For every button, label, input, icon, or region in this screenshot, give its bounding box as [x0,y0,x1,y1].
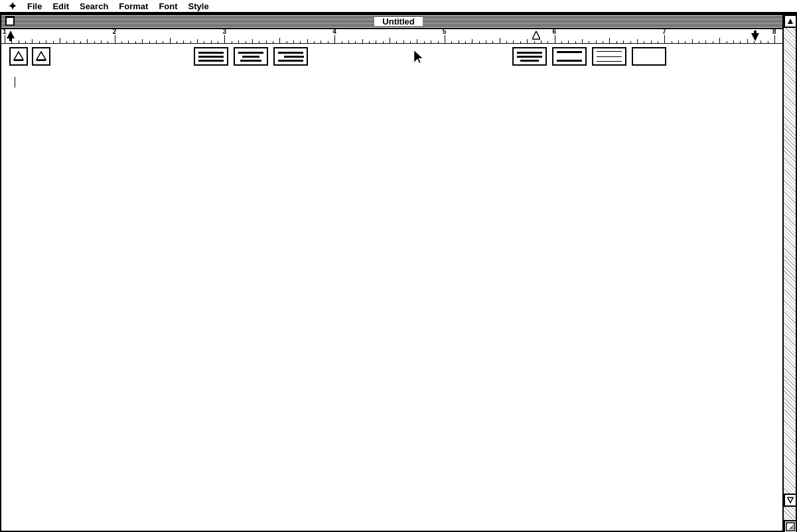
svg-marker-2 [751,33,759,41]
text-cursor [15,77,15,88]
ruler-container: 12345678 [1,29,796,69]
align-center-btn[interactable] [234,47,268,66]
align-left-btn[interactable] [194,47,228,66]
document-window: Untitled [0,13,797,532]
svg-rect-8 [36,60,46,61]
resize-handle[interactable] [784,520,797,532]
scroll-down-arrow[interactable] [784,494,797,507]
window-title: Untitled [374,17,422,27]
left-indent-increase-btn[interactable] [32,47,50,66]
svg-marker-4 [532,31,540,39]
title-bar: Untitled [1,15,796,29]
align-justify-btn[interactable] [512,47,547,66]
svg-rect-6 [14,60,23,61]
svg-marker-5 [14,52,23,60]
svg-rect-12 [786,523,794,531]
spacing-btn3[interactable] [632,47,666,66]
svg-marker-11 [788,498,793,503]
scrollbar-right [782,15,796,532]
menu-font[interactable]: Font [153,1,182,12]
svg-marker-10 [788,19,793,24]
svg-rect-3 [754,31,757,33]
spacing-btn2[interactable] [592,47,626,66]
menu-format[interactable]: Format [113,1,153,12]
toolbar [1,44,796,69]
menu-bar: ✦ File Edit Search Format Font Style [0,0,797,13]
cursor-icon [413,49,423,62]
text-area[interactable] [1,70,782,531]
menu-file[interactable]: File [22,1,47,12]
menu-edit[interactable]: Edit [47,1,74,12]
ruler: 12345678 [1,29,796,44]
menu-style[interactable]: Style [183,1,214,12]
close-box[interactable] [5,17,15,26]
left-indent-decrease-btn[interactable] [9,47,28,66]
scroll-up-arrow[interactable] [784,15,797,28]
svg-marker-7 [36,52,46,60]
spacing-btn1[interactable] [552,47,587,66]
left-margin-marker[interactable] [7,31,15,43]
apple-menu[interactable]: ✦ [3,0,22,13]
right-margin-marker[interactable] [751,31,759,43]
align-right-btn[interactable] [273,47,308,66]
svg-marker-9 [414,50,423,63]
svg-marker-0 [7,31,15,38]
menu-search[interactable]: Search [74,1,113,12]
